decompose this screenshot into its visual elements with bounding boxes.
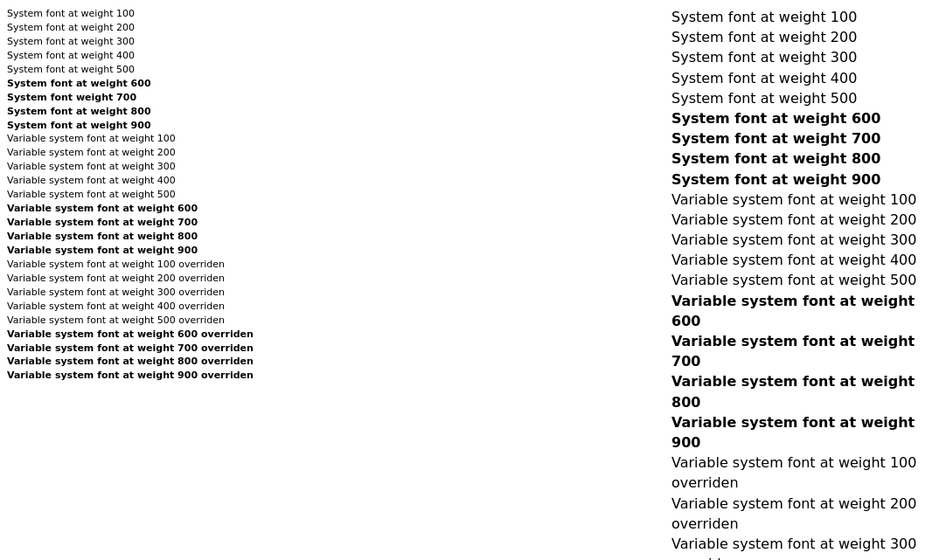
left-column: System font at weight 100System font at … [7, 7, 287, 560]
right-column: System font at weight 100System font at … [287, 7, 925, 560]
font-item: System font at weight 200 [671, 27, 925, 47]
font-item: Variable system font at weight 100 overr… [7, 258, 287, 272]
font-item: Variable system font at weight 200 [671, 210, 925, 230]
font-item: System font at weight 400 [7, 49, 287, 63]
font-item: Variable system font at weight 700 [671, 331, 925, 371]
font-item: System font at weight 300 [7, 35, 287, 49]
font-item: System font at weight 900 [7, 119, 287, 133]
font-item: System font at weight 100 [671, 7, 925, 27]
font-item: Variable system font at weight 100 [671, 190, 925, 210]
font-item: Variable system font at weight 600 [671, 291, 925, 331]
font-item: System font at weight 800 [671, 149, 925, 169]
font-item: Variable system font at weight 800 [671, 371, 925, 411]
font-item: Variable system font at weight 500 overr… [7, 314, 287, 328]
font-item: Variable system font at weight 300 [7, 160, 287, 174]
font-item: Variable system font at weight 200 overr… [7, 272, 287, 286]
font-item: Variable system font at weight 900 [671, 412, 925, 453]
font-item: System font at weight 600 [671, 108, 925, 128]
font-item: Variable system font at weight 100 [7, 132, 287, 146]
font-item: System font at weight 500 [671, 88, 925, 108]
font-item: System font at weight 200 [7, 21, 287, 35]
font-item: Variable system font at weight 600 overr… [7, 328, 287, 342]
font-item: Variable system font at weight 500 [7, 188, 287, 202]
font-item: Variable system font at weight 900 overr… [7, 369, 287, 383]
font-item: System font at weight 500 [7, 63, 287, 77]
main-layout: System font at weight 100System font at … [7, 7, 925, 560]
font-item: Variable system font at weight 300 overr… [7, 286, 287, 300]
font-item: Variable system font at weight 400 [7, 174, 287, 188]
font-item: System font at weight 600 [7, 77, 287, 91]
font-item: System font at weight 800 [7, 105, 287, 119]
font-item: Variable system font at weight 300 [671, 230, 925, 250]
font-item: Variable system font at weight 300 overr… [671, 534, 925, 560]
font-item: System font at weight 900 [671, 169, 925, 190]
font-item: Variable system font at weight 400 overr… [7, 300, 287, 314]
font-item: Variable system font at weight 500 [671, 270, 925, 290]
font-item: Variable system font at weight 200 overr… [671, 494, 925, 534]
font-item: System font weight 700 [7, 91, 287, 105]
font-item: Variable system font at weight 400 [671, 250, 925, 270]
font-item: System font at weight 300 [671, 47, 925, 67]
font-item: System font at weight 400 [671, 68, 925, 88]
font-item: System font at weight 700 [671, 128, 925, 149]
font-item: Variable system font at weight 100 overr… [671, 453, 925, 493]
font-item: Variable system font at weight 600 [7, 202, 287, 216]
font-item: Variable system font at weight 700 overr… [7, 342, 287, 356]
font-item: Variable system font at weight 800 overr… [7, 355, 287, 369]
font-item: Variable system font at weight 700 [7, 216, 287, 230]
font-item: Variable system font at weight 800 [7, 230, 287, 244]
font-item: Variable system font at weight 900 [7, 244, 287, 258]
font-item: Variable system font at weight 200 [7, 146, 287, 160]
font-item: System font at weight 100 [7, 7, 287, 21]
